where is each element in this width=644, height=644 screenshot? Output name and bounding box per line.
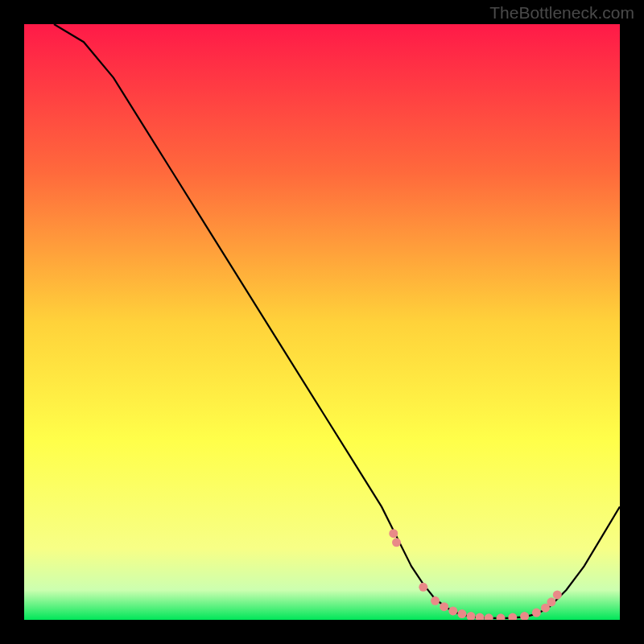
highlight-point bbox=[547, 597, 555, 606]
highlight-point bbox=[532, 609, 541, 617]
chart-container: TheBottleneck.com bbox=[0, 0, 644, 644]
highlight-point bbox=[440, 602, 448, 611]
watermark-text: TheBottleneck.com bbox=[489, 3, 634, 23]
plot-area bbox=[24, 24, 620, 620]
highlight-point bbox=[389, 529, 398, 538]
gradient-background bbox=[24, 24, 620, 620]
highlight-point bbox=[457, 609, 466, 618]
highlight-point bbox=[419, 583, 427, 592]
highlight-point bbox=[431, 597, 440, 605]
highlight-point bbox=[448, 606, 457, 615]
highlight-point bbox=[392, 538, 401, 547]
highlight-point bbox=[553, 590, 562, 599]
chart-svg bbox=[24, 24, 620, 620]
